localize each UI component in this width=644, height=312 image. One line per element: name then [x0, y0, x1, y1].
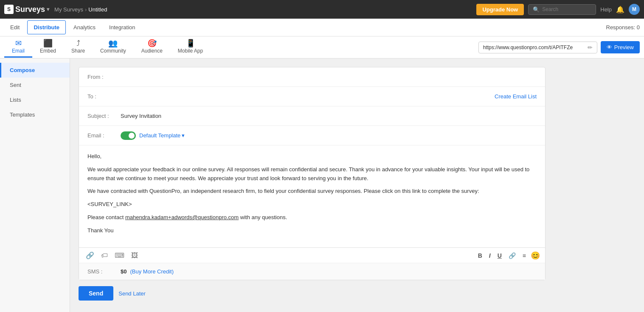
- template-dropdown-icon: ▾: [182, 132, 185, 139]
- subject-value: Survey Invitation: [121, 113, 161, 119]
- share-icon: ⤴: [76, 39, 80, 47]
- email-toggle[interactable]: [121, 131, 136, 140]
- mobile-app-icon: 📱: [186, 39, 195, 47]
- audience-icon: 🎯: [147, 39, 157, 47]
- subtab-audience-label: Audience: [141, 48, 163, 54]
- bold-button[interactable]: B: [476, 251, 484, 260]
- sms-label: SMS :: [87, 268, 117, 275]
- email-body-wrapper: Hello, We would appreciate your feedback…: [79, 145, 545, 248]
- breadcrumb-current: Untitled: [88, 6, 107, 13]
- email-body[interactable]: Hello, We would appreciate your feedback…: [79, 145, 545, 247]
- avatar[interactable]: M: [629, 4, 640, 15]
- send-later-link[interactable]: Send Later: [118, 290, 146, 297]
- survey-url-text: https://www.questionpro.com/t/APITFZe: [483, 45, 585, 50]
- subtab-mobile-app[interactable]: 📱 Mobile App: [170, 37, 211, 58]
- subtab-share[interactable]: ⤴ Share: [64, 37, 93, 58]
- buy-credit-link[interactable]: (Buy More Credit): [130, 268, 174, 275]
- subtab-embed-label: Embed: [40, 48, 56, 54]
- subtab-email-label: Email: [12, 48, 25, 54]
- main-layout: Compose Sent Lists Templates From : To :…: [0, 58, 644, 312]
- upgrade-button[interactable]: Upgrade Now: [476, 4, 524, 15]
- breadcrumb-home[interactable]: My Surveys: [54, 6, 83, 13]
- para3-text: Please contact: [87, 214, 124, 220]
- from-input[interactable]: [121, 74, 537, 80]
- email-greeting: Hello,: [87, 152, 537, 161]
- image-toolbar-icon[interactable]: 🖼: [129, 251, 140, 260]
- search-icon: 🔍: [533, 6, 540, 13]
- sidebar-item-templates[interactable]: Templates: [0, 107, 70, 122]
- compose-card: From : To : Create Email List Subject : …: [79, 67, 546, 280]
- subtab-email[interactable]: ✉ Email: [4, 37, 32, 58]
- italic-button[interactable]: I: [487, 251, 493, 260]
- subject-label: Subject :: [87, 113, 117, 119]
- responses-count: Responses: 0: [606, 24, 640, 31]
- email-label: Email :: [87, 132, 117, 139]
- keyboard-toolbar-icon[interactable]: ⌨: [113, 251, 126, 260]
- sidebar-item-templates-label: Templates: [10, 111, 35, 118]
- to-row: To : Create Email List: [79, 87, 545, 106]
- email-para2: We have contracted with QuestionPro, an …: [87, 187, 537, 196]
- tab-analytics[interactable]: Analytics: [67, 21, 101, 34]
- link-toolbar-icon[interactable]: 🔗: [84, 251, 96, 260]
- logo-icon: S: [4, 5, 14, 14]
- top-bar: S Surveys ▾ My Surveys › Untitled Upgrad…: [0, 0, 644, 19]
- tab-edit[interactable]: Edit: [4, 21, 25, 34]
- subtab-audience[interactable]: 🎯 Audience: [134, 37, 170, 58]
- email-para3: Please contact mahendra.kadam+adwords@qu…: [87, 213, 537, 222]
- content-area: From : To : Create Email List Subject : …: [70, 58, 644, 312]
- tab-integration[interactable]: Integration: [103, 21, 141, 34]
- survey-link-text: <SURVEY_LINK>: [87, 201, 132, 207]
- preview-eye-icon: 👁: [607, 44, 612, 50]
- editor-toolbar-left: 🔗 🏷 ⌨ 🖼: [84, 251, 140, 260]
- to-input[interactable]: [121, 93, 491, 100]
- email-address: mahendra.kadam+adwords@questionpro.com: [125, 214, 239, 220]
- sidebar-item-compose-label: Compose: [10, 67, 35, 73]
- align-button[interactable]: ≡: [520, 251, 528, 260]
- sidebar-item-sent[interactable]: Sent: [0, 78, 70, 92]
- breadcrumb: My Surveys › Untitled: [54, 6, 107, 13]
- sidebar-item-lists-label: Lists: [10, 97, 21, 103]
- underline-button[interactable]: U: [495, 251, 504, 260]
- breadcrumb-separator: ›: [85, 6, 87, 13]
- default-template-button[interactable]: Default Template ▾: [139, 132, 185, 139]
- subtab-embed[interactable]: ⬛ Embed: [32, 37, 64, 58]
- sub-bar-right: https://www.questionpro.com/t/APITFZe ✏ …: [478, 41, 640, 53]
- send-button[interactable]: Send: [79, 286, 113, 301]
- tab-distribute[interactable]: Distribute: [27, 20, 66, 34]
- editor-toolbar-right: B I U 🔗 ≡ 😊: [476, 251, 540, 260]
- email-thank-you: Thank You: [87, 226, 537, 235]
- sidebar: Compose Sent Lists Templates: [0, 58, 70, 312]
- para3-suffix: with any questions.: [240, 214, 287, 220]
- preview-button[interactable]: 👁 Preview: [601, 41, 640, 53]
- logo-dropdown-icon[interactable]: ▾: [47, 6, 49, 12]
- from-label: From :: [87, 74, 117, 80]
- survey-url-box: https://www.questionpro.com/t/APITFZe ✏: [478, 42, 597, 53]
- tag-toolbar-icon[interactable]: 🏷: [99, 251, 110, 260]
- preview-label: Preview: [614, 44, 634, 50]
- sidebar-item-lists[interactable]: Lists: [0, 92, 70, 107]
- top-bar-right: Upgrade Now 🔍 Help 🔔 M: [476, 4, 640, 15]
- search-box: 🔍: [528, 4, 596, 15]
- logo-label: Surveys: [15, 5, 45, 14]
- sms-amount: $0: [121, 268, 127, 275]
- create-email-list-link[interactable]: Create Email List: [495, 93, 537, 100]
- help-label[interactable]: Help: [600, 6, 612, 13]
- subtab-mobile-app-label: Mobile App: [178, 48, 203, 54]
- hyperlink-button[interactable]: 🔗: [506, 251, 518, 260]
- sidebar-item-compose[interactable]: Compose: [0, 63, 70, 78]
- logo[interactable]: S Surveys ▾: [4, 5, 49, 14]
- embed-icon: ⬛: [43, 39, 53, 47]
- email-icon: ✉: [15, 39, 22, 47]
- email-survey-link: <SURVEY_LINK>: [87, 200, 537, 209]
- subject-row: Subject : Survey Invitation: [79, 106, 545, 126]
- community-icon: 👥: [108, 39, 118, 47]
- notification-icon[interactable]: 🔔: [616, 6, 624, 14]
- subtab-community[interactable]: 👥 Community: [93, 37, 134, 58]
- search-input[interactable]: [542, 6, 593, 12]
- subtab-share-label: Share: [71, 48, 85, 54]
- sms-row: SMS : $0 (Buy More Credit): [79, 263, 545, 280]
- edit-url-icon[interactable]: ✏: [588, 44, 593, 51]
- second-nav-bar: Edit Distribute Analytics Integration Re…: [0, 19, 644, 36]
- emoji-button[interactable]: 😊: [531, 251, 540, 260]
- email-para1: We would appreciate your feedback in our…: [87, 165, 537, 183]
